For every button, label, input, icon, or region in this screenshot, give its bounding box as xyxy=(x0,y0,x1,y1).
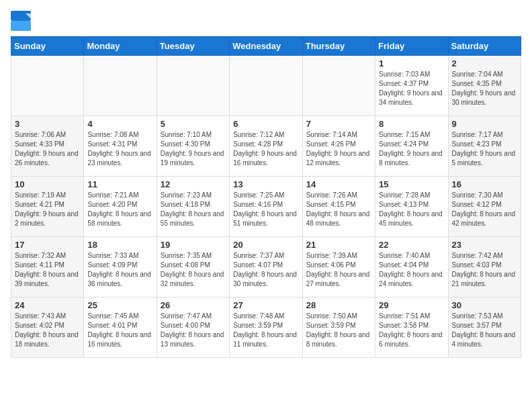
day-number: 5 xyxy=(161,119,226,129)
day-info: Sunrise: 7:15 AM Sunset: 4:24 PM Dayligh… xyxy=(379,130,444,168)
day-info: Sunrise: 7:40 AM Sunset: 4:04 PM Dayligh… xyxy=(379,251,444,289)
calendar-cell: 15Sunrise: 7:28 AM Sunset: 4:13 PM Dayli… xyxy=(375,177,448,237)
calendar-week-5: 24Sunrise: 7:43 AM Sunset: 4:02 PM Dayli… xyxy=(11,298,521,358)
day-number: 10 xyxy=(15,179,80,189)
logo-icon xyxy=(11,11,31,31)
day-info: Sunrise: 7:32 AM Sunset: 4:11 PM Dayligh… xyxy=(15,251,80,289)
calendar-cell xyxy=(230,56,302,116)
col-header-tuesday: Tuesday xyxy=(157,37,229,56)
day-number: 20 xyxy=(233,240,298,250)
day-info: Sunrise: 7:35 AM Sunset: 4:08 PM Dayligh… xyxy=(161,251,226,289)
day-number: 24 xyxy=(15,300,80,310)
calendar-table: SundayMondayTuesdayWednesdayThursdayFrid… xyxy=(11,36,521,358)
day-info: Sunrise: 7:04 AM Sunset: 4:35 PM Dayligh… xyxy=(452,70,517,107)
day-number: 6 xyxy=(233,119,298,129)
logo xyxy=(11,11,34,31)
calendar-week-2: 3Sunrise: 7:06 AM Sunset: 4:33 PM Daylig… xyxy=(11,116,521,177)
calendar-cell: 11Sunrise: 7:21 AM Sunset: 4:20 PM Dayli… xyxy=(84,177,157,237)
calendar-cell xyxy=(84,56,157,116)
calendar-cell: 8Sunrise: 7:15 AM Sunset: 4:24 PM Daylig… xyxy=(375,116,448,177)
calendar-cell: 10Sunrise: 7:19 AM Sunset: 4:21 PM Dayli… xyxy=(11,177,84,237)
calendar-cell: 17Sunrise: 7:32 AM Sunset: 4:11 PM Dayli… xyxy=(11,237,84,298)
day-info: Sunrise: 7:30 AM Sunset: 4:12 PM Dayligh… xyxy=(452,191,517,228)
calendar-cell: 9Sunrise: 7:17 AM Sunset: 4:23 PM Daylig… xyxy=(448,116,521,177)
col-header-monday: Monday xyxy=(84,37,157,56)
day-info: Sunrise: 7:10 AM Sunset: 4:30 PM Dayligh… xyxy=(161,130,226,168)
day-info: Sunrise: 7:48 AM Sunset: 3:59 PM Dayligh… xyxy=(233,312,298,349)
calendar-cell: 12Sunrise: 7:23 AM Sunset: 4:18 PM Dayli… xyxy=(157,177,229,237)
day-number: 11 xyxy=(87,179,152,189)
day-number: 25 xyxy=(87,300,152,310)
calendar-cell xyxy=(302,56,375,116)
day-number: 13 xyxy=(233,179,298,189)
day-number: 3 xyxy=(15,119,80,129)
calendar-cell: 14Sunrise: 7:26 AM Sunset: 4:15 PM Dayli… xyxy=(302,177,375,237)
day-number: 27 xyxy=(233,300,298,310)
calendar-cell: 29Sunrise: 7:51 AM Sunset: 3:58 PM Dayli… xyxy=(375,298,448,358)
day-info: Sunrise: 7:06 AM Sunset: 4:33 PM Dayligh… xyxy=(15,130,80,168)
day-number: 28 xyxy=(306,300,371,310)
calendar-cell: 28Sunrise: 7:50 AM Sunset: 3:59 PM Dayli… xyxy=(302,298,375,358)
col-header-saturday: Saturday xyxy=(448,37,521,56)
day-info: Sunrise: 7:21 AM Sunset: 4:20 PM Dayligh… xyxy=(87,191,152,228)
calendar-cell: 3Sunrise: 7:06 AM Sunset: 4:33 PM Daylig… xyxy=(11,116,84,177)
calendar-cell: 4Sunrise: 7:08 AM Sunset: 4:31 PM Daylig… xyxy=(84,116,157,177)
day-number: 2 xyxy=(452,58,517,68)
calendar-cell xyxy=(11,56,84,116)
calendar-week-1: 1Sunrise: 7:03 AM Sunset: 4:37 PM Daylig… xyxy=(11,56,521,116)
day-number: 9 xyxy=(452,119,517,129)
day-info: Sunrise: 7:17 AM Sunset: 4:23 PM Dayligh… xyxy=(452,130,517,168)
day-number: 22 xyxy=(379,240,444,250)
calendar-cell: 30Sunrise: 7:53 AM Sunset: 3:57 PM Dayli… xyxy=(448,298,521,358)
calendar-cell: 5Sunrise: 7:10 AM Sunset: 4:30 PM Daylig… xyxy=(157,116,229,177)
calendar-cell: 6Sunrise: 7:12 AM Sunset: 4:28 PM Daylig… xyxy=(230,116,302,177)
day-number: 1 xyxy=(379,58,444,68)
day-number: 17 xyxy=(15,240,80,250)
day-number: 4 xyxy=(87,119,152,129)
calendar-cell: 23Sunrise: 7:42 AM Sunset: 4:03 PM Dayli… xyxy=(448,237,521,298)
day-info: Sunrise: 7:26 AM Sunset: 4:15 PM Dayligh… xyxy=(306,191,371,228)
calendar-cell: 19Sunrise: 7:35 AM Sunset: 4:08 PM Dayli… xyxy=(157,237,229,298)
day-number: 15 xyxy=(379,179,444,189)
col-header-friday: Friday xyxy=(375,37,448,56)
day-number: 8 xyxy=(379,119,444,129)
day-number: 21 xyxy=(306,240,371,250)
day-info: Sunrise: 7:25 AM Sunset: 4:16 PM Dayligh… xyxy=(233,191,298,228)
day-info: Sunrise: 7:47 AM Sunset: 4:00 PM Dayligh… xyxy=(161,312,226,349)
day-number: 29 xyxy=(379,300,444,310)
col-header-thursday: Thursday xyxy=(302,37,375,56)
calendar-cell xyxy=(157,56,229,116)
day-info: Sunrise: 7:53 AM Sunset: 3:57 PM Dayligh… xyxy=(452,312,517,349)
calendar-cell: 20Sunrise: 7:37 AM Sunset: 4:07 PM Dayli… xyxy=(230,237,302,298)
day-number: 23 xyxy=(452,240,517,250)
day-info: Sunrise: 7:19 AM Sunset: 4:21 PM Dayligh… xyxy=(15,191,80,228)
calendar-cell: 21Sunrise: 7:39 AM Sunset: 4:06 PM Dayli… xyxy=(302,237,375,298)
col-header-sunday: Sunday xyxy=(11,37,84,56)
day-number: 30 xyxy=(452,300,517,310)
day-info: Sunrise: 7:33 AM Sunset: 4:09 PM Dayligh… xyxy=(87,251,152,289)
page-header xyxy=(11,11,521,31)
calendar-header-row: SundayMondayTuesdayWednesdayThursdayFrid… xyxy=(11,37,521,56)
day-info: Sunrise: 7:37 AM Sunset: 4:07 PM Dayligh… xyxy=(233,251,298,289)
calendar-cell: 22Sunrise: 7:40 AM Sunset: 4:04 PM Dayli… xyxy=(375,237,448,298)
day-info: Sunrise: 7:14 AM Sunset: 4:26 PM Dayligh… xyxy=(306,130,371,168)
calendar-week-3: 10Sunrise: 7:19 AM Sunset: 4:21 PM Dayli… xyxy=(11,177,521,237)
day-info: Sunrise: 7:23 AM Sunset: 4:18 PM Dayligh… xyxy=(161,191,226,228)
calendar-cell: 2Sunrise: 7:04 AM Sunset: 4:35 PM Daylig… xyxy=(448,56,521,116)
calendar-cell: 16Sunrise: 7:30 AM Sunset: 4:12 PM Dayli… xyxy=(448,177,521,237)
day-number: 14 xyxy=(306,179,371,189)
svg-rect-1 xyxy=(11,21,31,31)
calendar-cell: 18Sunrise: 7:33 AM Sunset: 4:09 PM Dayli… xyxy=(84,237,157,298)
calendar-week-4: 17Sunrise: 7:32 AM Sunset: 4:11 PM Dayli… xyxy=(11,237,521,298)
day-number: 19 xyxy=(161,240,226,250)
calendar-cell: 26Sunrise: 7:47 AM Sunset: 4:00 PM Dayli… xyxy=(157,298,229,358)
day-info: Sunrise: 7:39 AM Sunset: 4:06 PM Dayligh… xyxy=(306,251,371,289)
calendar-cell: 27Sunrise: 7:48 AM Sunset: 3:59 PM Dayli… xyxy=(230,298,302,358)
day-number: 12 xyxy=(161,179,226,189)
calendar-cell: 25Sunrise: 7:45 AM Sunset: 4:01 PM Dayli… xyxy=(84,298,157,358)
day-number: 16 xyxy=(452,179,517,189)
day-info: Sunrise: 7:42 AM Sunset: 4:03 PM Dayligh… xyxy=(452,251,517,289)
day-info: Sunrise: 7:08 AM Sunset: 4:31 PM Dayligh… xyxy=(87,130,152,168)
day-info: Sunrise: 7:50 AM Sunset: 3:59 PM Dayligh… xyxy=(306,312,371,349)
day-number: 18 xyxy=(87,240,152,250)
